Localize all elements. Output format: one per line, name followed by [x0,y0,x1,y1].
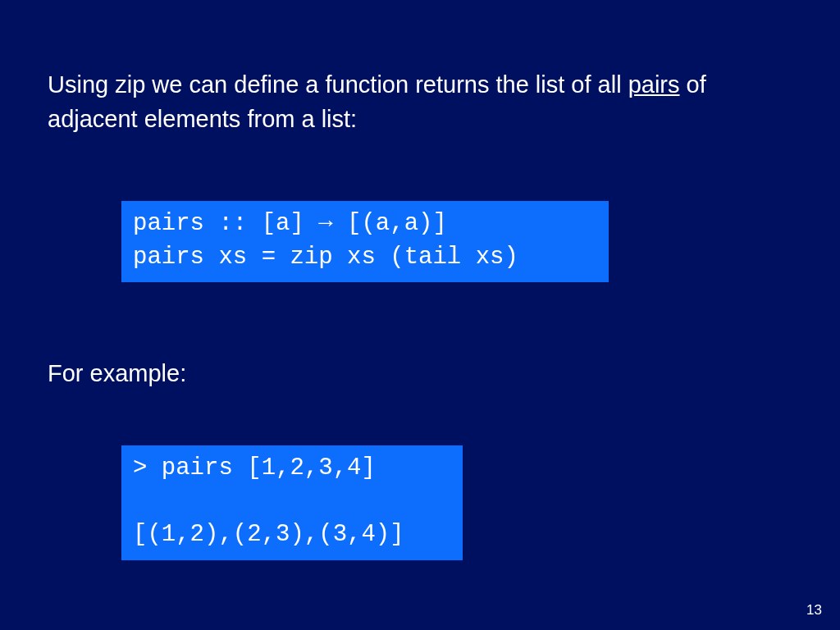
code-example-text: > pairs [1,2,3,4] [(1,2),(2,3),(3,4)] [133,452,451,552]
intro-paragraph: Using zip we can define a function retur… [48,67,786,136]
code-block-definition: pairs :: [a] → [(a,a)] pairs xs = zip xs… [121,201,609,282]
code-block-example: > pairs [1,2,3,4] [(1,2),(2,3),(3,4)] [121,445,463,560]
intro-text-pre: Using zip we can define a function retur… [48,71,628,98]
example-label: For example: [48,356,786,390]
page-number: 13 [806,602,822,619]
slide: Using zip we can define a function retur… [0,0,840,630]
code-definition-text: pairs :: [a] → [(a,a)] pairs xs = zip xs… [133,208,597,274]
intro-text-underlined: pairs [628,71,680,98]
